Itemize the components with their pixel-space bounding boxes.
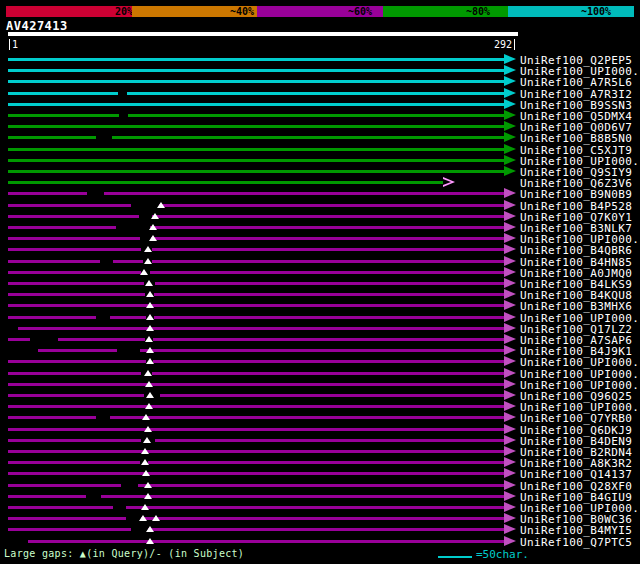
subject-arrow-icon (504, 424, 516, 434)
subject-arrow-icon (504, 110, 516, 120)
blast-graphic-overview: 20%~40%~60%~80%~100% AV427413 1 292 UniR… (0, 0, 640, 564)
subject-arrow-hollow-inner (443, 179, 451, 185)
large-gap-marker-icon (139, 515, 147, 521)
large-gap-marker-icon (146, 538, 154, 544)
hit-bar[interactable] (28, 540, 504, 543)
hit-bar[interactable] (8, 226, 504, 229)
subject-arrow-icon (504, 368, 516, 378)
large-gap-marker-icon (146, 358, 154, 364)
hit-bar[interactable] (8, 271, 504, 274)
hit-bar[interactable] (8, 192, 504, 195)
hit-bar[interactable] (8, 170, 504, 173)
large-gap-marker-icon (146, 526, 154, 532)
subject-arrow-icon (504, 155, 516, 165)
hit-bar[interactable] (8, 338, 504, 341)
hit-bar[interactable] (8, 461, 504, 464)
hit-bar[interactable] (8, 293, 504, 296)
large-gap-marker-icon (144, 258, 152, 264)
hit-bar[interactable] (8, 114, 504, 117)
hit-bar[interactable] (8, 394, 504, 397)
alignment-gap (96, 135, 112, 140)
subject-arrow-icon (504, 401, 516, 411)
subject-arrow-icon (504, 435, 516, 445)
large-gap-marker-icon (144, 493, 152, 499)
large-gap-marker-icon (140, 269, 148, 275)
large-gap-marker-icon (143, 437, 151, 443)
hit-bar[interactable] (8, 472, 504, 475)
hit-bar[interactable] (8, 360, 504, 363)
subject-arrow-icon (504, 480, 516, 490)
hit-bar[interactable] (8, 372, 504, 375)
large-gap-marker-icon (145, 381, 153, 387)
hit-bar[interactable] (8, 528, 504, 531)
subject-arrow-icon (504, 334, 516, 344)
hit-bar[interactable] (8, 405, 504, 408)
large-gap-marker-icon (145, 403, 153, 409)
large-gap-marker-icon (152, 515, 160, 521)
subject-arrow-icon (504, 121, 516, 131)
hit-bar[interactable] (18, 327, 504, 330)
subject-arrow-icon (504, 412, 516, 422)
hit-bar[interactable] (8, 248, 504, 251)
hit-bar[interactable] (8, 136, 504, 139)
hit-bar[interactable] (8, 69, 504, 72)
subject-arrow-icon (504, 278, 516, 288)
large-gap-marker-icon (144, 482, 152, 488)
alignment-gap (116, 225, 150, 230)
subject-arrow-icon (504, 211, 516, 221)
large-gap-marker-icon (151, 213, 159, 219)
hit-bar[interactable] (8, 282, 504, 285)
subject-arrow-icon (504, 524, 516, 534)
large-gap-marker-icon (146, 291, 154, 297)
large-gap-marker-icon (142, 470, 150, 476)
hit-bar[interactable] (8, 237, 504, 240)
hit-bar[interactable] (8, 260, 504, 263)
alignment-gap (119, 113, 128, 118)
hit-bar[interactable] (8, 159, 504, 162)
hit-bar[interactable] (8, 58, 504, 61)
subject-arrow-icon (504, 144, 516, 154)
subject-arrow-icon (504, 457, 516, 467)
subject-arrow-icon (504, 54, 516, 64)
hit-bar[interactable] (8, 517, 504, 520)
hit-bar[interactable] (8, 181, 443, 184)
hit-bar[interactable] (8, 92, 504, 95)
large-gap-marker-icon (141, 459, 149, 465)
alignment-gap (121, 483, 138, 488)
hit-bar[interactable] (8, 80, 504, 83)
subject-arrow-icon (504, 300, 516, 310)
subject-arrow-icon (504, 99, 516, 109)
large-gaps-legend: Large gaps: ▲(in Query)/- (in Subject) (4, 548, 244, 559)
subject-arrow-icon (504, 88, 516, 98)
subject-arrow-icon (504, 513, 516, 523)
hit-bar[interactable] (8, 304, 504, 307)
large-gap-marker-icon (144, 426, 152, 432)
hit-label[interactable]: UniRef100_Q7PTC5 (520, 536, 632, 549)
subject-arrow-icon (504, 390, 516, 400)
subject-arrow-icon (504, 502, 516, 512)
subject-arrow-icon (504, 446, 516, 456)
alignment-gap (96, 315, 110, 320)
hit-bar[interactable] (8, 439, 504, 442)
hit-bar[interactable] (8, 450, 504, 453)
hit-bar[interactable] (38, 349, 504, 352)
hit-bar[interactable] (8, 103, 504, 106)
hit-bar[interactable] (8, 125, 504, 128)
subject-arrow-icon (504, 188, 516, 198)
large-gap-marker-icon (144, 370, 152, 376)
alignment-gap (30, 337, 58, 342)
hit-bar[interactable] (8, 428, 504, 431)
hit-bar[interactable] (8, 383, 504, 386)
hit-bar[interactable] (8, 506, 504, 509)
large-gap-marker-icon (149, 235, 157, 241)
hit-bar[interactable] (8, 215, 504, 218)
hit-bar[interactable] (8, 316, 504, 319)
hit-bar[interactable] (8, 495, 504, 498)
alignment-gap (100, 259, 113, 264)
hit-bar[interactable] (8, 416, 504, 419)
hit-bar[interactable] (8, 204, 504, 207)
subject-arrow-icon (504, 323, 516, 333)
hit-bar[interactable] (8, 484, 504, 487)
hit-bar[interactable] (8, 148, 504, 151)
subject-arrow-icon (504, 379, 516, 389)
